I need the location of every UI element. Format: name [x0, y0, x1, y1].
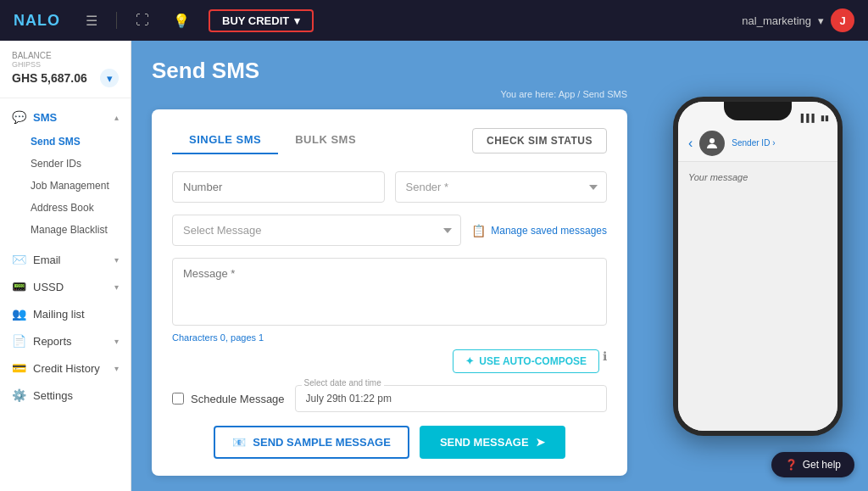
message-textarea[interactable]	[172, 258, 607, 326]
sidebar-item-credit-history[interactable]: 💳 Credit History ▾	[0, 354, 131, 382]
phone-notch	[724, 102, 792, 120]
manage-saved-messages-label: Manage saved messages	[491, 225, 607, 237]
auto-compose-icon: ✦	[465, 355, 474, 367]
tabs-row: SINGLE SMS BULK SMS CHECK SIM STATUS	[172, 126, 607, 154]
schedule-message-label: Schedule Message	[191, 393, 285, 405]
phone-signal-icon: ▌▌▌	[801, 114, 817, 122]
manage-saved-messages-link[interactable]: 📋 Manage saved messages	[471, 224, 607, 237]
auto-compose-label: USE AUTO-COMPOSE	[479, 355, 587, 367]
user-area[interactable]: nal_marketing ▾ J	[742, 8, 854, 32]
user-name: nal_marketing	[742, 14, 811, 27]
sidebar-nav: 💬 SMS ▴ Send SMS Sender IDs Job Manageme…	[0, 98, 131, 491]
sidebar-item-sms[interactable]: 💬 SMS ▴	[0, 103, 131, 131]
email-icon: ✉️	[12, 253, 26, 266]
get-help-label: Get help	[803, 459, 841, 471]
balance-amount: GHS 5,687.06	[12, 71, 87, 85]
phone-message-bubble: Your message	[688, 172, 827, 182]
balance-section: Balance GHIPSS GHS 5,687.06 ▾	[0, 41, 131, 98]
sidebar: Balance GHIPSS GHS 5,687.06 ▾ 💬 SMS ▴ Se…	[0, 41, 131, 491]
sender-select[interactable]: Sender *	[395, 171, 608, 203]
schedule-date-input: Select date and time	[295, 385, 607, 412]
sidebar-item-email[interactable]: ✉️ Email ▾	[0, 246, 131, 273]
sms-section: 💬 SMS ▴ Send SMS Sender IDs Job Manageme…	[0, 98, 131, 246]
send-icon: ➤	[536, 436, 545, 449]
auto-compose-button[interactable]: ✦ USE AUTO-COMPOSE	[453, 349, 599, 373]
tab-bulk-sms[interactable]: BULK SMS	[278, 126, 373, 154]
main-layout: Balance GHIPSS GHS 5,687.06 ▾ 💬 SMS ▴ Se…	[0, 41, 868, 491]
sidebar-item-mailing-list[interactable]: 👥 Mailing list	[0, 300, 131, 327]
sms-chevron-icon: ▴	[114, 113, 119, 122]
nav-divider	[116, 12, 117, 29]
schedule-row: Schedule Message Select date and time	[172, 385, 607, 412]
phone-battery-icon: ▮▮	[821, 114, 829, 122]
buy-credit-button[interactable]: BUY CREDIT ▾	[209, 9, 314, 32]
expand-icon-btn[interactable]: ⛶	[131, 9, 154, 31]
content-area: Send SMS You are here: App / Send SMS SI…	[131, 41, 868, 491]
sidebar-sub-job-management[interactable]: Job Management	[0, 175, 131, 197]
tab-single-sms[interactable]: SINGLE SMS	[172, 126, 278, 154]
sidebar-item-ussd-label: USSD	[33, 281, 108, 293]
user-chevron: ▾	[818, 14, 824, 27]
top-nav: NALO ☰ ⛶ 💡 BUY CREDIT ▾ nal_marketing ▾ …	[0, 0, 868, 41]
sidebar-sub-send-sms[interactable]: Send SMS	[0, 131, 131, 153]
char-count: Characters 0, pages 1	[172, 332, 607, 343]
message-area	[172, 258, 607, 329]
light-icon-btn[interactable]: 💡	[168, 9, 195, 32]
sidebar-item-mailing-list-label: Mailing list	[33, 308, 119, 321]
send-sample-icon: 📧	[232, 436, 246, 449]
auto-compose-row: ✦ USE AUTO-COMPOSE ℹ	[172, 349, 607, 373]
send-sample-message-button[interactable]: 📧 SEND SAMPLE MESSAGE	[214, 426, 409, 459]
buy-credit-label: BUY CREDIT	[222, 14, 289, 27]
page-title: Send SMS	[152, 58, 627, 84]
send-message-button[interactable]: SEND MESSAGE ➤	[420, 426, 565, 459]
help-icon: ❓	[785, 459, 798, 471]
sidebar-item-email-label: Email	[33, 254, 108, 266]
sidebar-sub-address-book[interactable]: Address Book	[0, 197, 131, 219]
sms-icon: 💬	[12, 110, 26, 124]
get-help-button[interactable]: ❓ Get help	[771, 452, 854, 477]
phone-screen: ▌▌▌ ▮▮ ‹ Sender ID ›	[678, 102, 837, 431]
info-icon[interactable]: ℹ	[603, 349, 607, 373]
check-sim-status-button[interactable]: CHECK SIM STATUS	[472, 128, 607, 153]
phone-sender-info: Sender ID ›	[732, 138, 775, 148]
phone-sender-id: Sender ID ›	[732, 138, 775, 148]
main-content: Send SMS You are here: App / Send SMS SI…	[131, 41, 648, 491]
reports-chevron-icon: ▾	[114, 337, 119, 346]
breadcrumb: You are here: App / Send SMS	[152, 89, 627, 99]
send-sms-card: SINGLE SMS BULK SMS CHECK SIM STATUS Sen…	[152, 109, 627, 476]
avatar: J	[831, 8, 854, 32]
ussd-chevron-icon: ▾	[114, 282, 119, 292]
credit-history-chevron-icon: ▾	[114, 364, 119, 373]
phone-avatar	[699, 131, 725, 156]
balance-expand-button[interactable]: ▾	[100, 69, 119, 87]
send-message-label: SEND MESSAGE	[440, 436, 529, 449]
date-value-input[interactable]	[295, 385, 607, 412]
date-label: Select date and time	[302, 378, 384, 388]
sidebar-sub-sender-ids[interactable]: Sender IDs	[0, 153, 131, 175]
sidebar-item-reports-label: Reports	[33, 335, 108, 348]
balance-sublabel: GHIPSS	[12, 60, 119, 69]
select-message-select[interactable]: Select Message	[172, 215, 461, 246]
reports-icon: 📄	[12, 334, 26, 348]
number-sender-row: Sender *	[172, 171, 607, 203]
schedule-message-checkbox[interactable]	[172, 393, 184, 405]
sidebar-sub-manage-blacklist[interactable]: Manage Blacklist	[0, 219, 131, 241]
phone-back-icon[interactable]: ‹	[688, 136, 693, 151]
phone-header: ‹ Sender ID ›	[678, 126, 837, 162]
sidebar-item-sms-label: SMS	[33, 111, 108, 124]
menu-icon-btn[interactable]: ☰	[81, 9, 103, 32]
sidebar-item-settings-label: Settings	[33, 389, 119, 402]
svg-point-0	[709, 138, 715, 143]
settings-icon: ⚙️	[12, 388, 26, 402]
phone-mockup-area: ▌▌▌ ▮▮ ‹ Sender ID ›	[648, 41, 868, 491]
logo: NALO	[14, 12, 60, 30]
sidebar-item-ussd[interactable]: 📟 USSD ▾	[0, 273, 131, 300]
sidebar-item-settings[interactable]: ⚙️ Settings	[0, 382, 131, 409]
action-buttons-row: 📧 SEND SAMPLE MESSAGE SEND MESSAGE ➤	[172, 426, 607, 459]
credit-history-icon: 💳	[12, 361, 26, 375]
number-input[interactable]	[172, 171, 385, 203]
balance-label: Balance	[12, 51, 119, 60]
schedule-message-checkbox-label[interactable]: Schedule Message	[172, 393, 285, 405]
mailing-list-icon: 👥	[12, 307, 26, 321]
sidebar-item-reports[interactable]: 📄 Reports ▾	[0, 327, 131, 354]
